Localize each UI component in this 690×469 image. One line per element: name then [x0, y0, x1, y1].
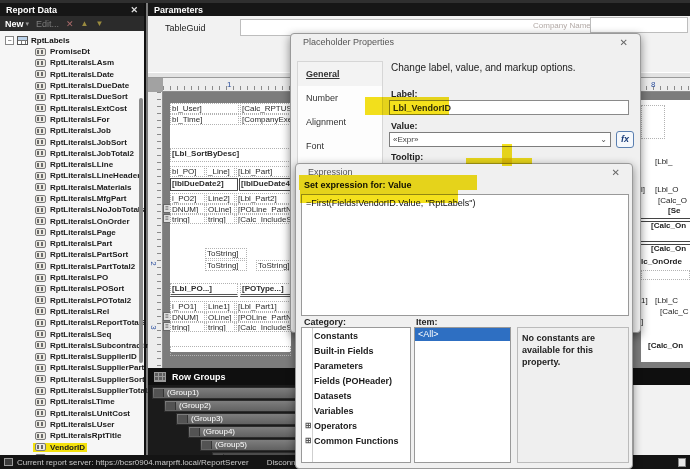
report-cell[interactable]: [Lbl_PO...] [170, 283, 238, 297]
report-cell[interactable]: 1] [641, 296, 648, 306]
tree-item[interactable]: RptLiteralsLOnOrder [2, 215, 138, 226]
tree-item[interactable]: RptLiteralsLSupplierSort [2, 374, 138, 385]
report-cell[interactable]: lc_OnOrde [641, 257, 682, 267]
tree-root-rptlabels[interactable]: − RptLabels [2, 34, 138, 46]
label-input[interactable]: Lbl_VendorID [389, 100, 629, 115]
report-cell[interactable]: [Calc_IncludeSup [236, 322, 291, 332]
tree-item[interactable]: RptLiteralsLReportTotal2 [2, 317, 138, 328]
category-item[interactable]: Constants [302, 328, 410, 343]
report-cell[interactable]: ToString] [205, 260, 247, 271]
tree-item[interactable]: RptLiteralsLLine [2, 159, 138, 170]
tree-item[interactable]: RptLiteralsLMaterials [2, 182, 138, 193]
report-cell[interactable]: ] [641, 317, 643, 327]
report-cell[interactable]: tring] [170, 322, 205, 332]
report-cell[interactable]: [Lbl_ [655, 157, 672, 167]
move-up-icon[interactable]: ▲ [81, 19, 89, 28]
report-cell[interactable]: bl_PO] [170, 166, 205, 177]
report-cell[interactable]: l_PO1] [170, 301, 205, 312]
report-cell[interactable]: [Calc_On [651, 244, 686, 254]
report-cell[interactable]: [Lbl_O [655, 185, 679, 195]
report-cell[interactable]: _Line] [206, 166, 235, 177]
parameter-input-companyname[interactable] [590, 17, 688, 33]
tree-item[interactable]: RptLiteralsLPart [2, 238, 138, 249]
tree-scrollbar[interactable] [139, 98, 143, 363]
move-down-icon[interactable]: ▼ [96, 19, 104, 28]
report-cell[interactable]: [POLine_PartNur [236, 312, 291, 322]
expression-editor[interactable]: =First(Fields!VendorID.Value, "RptLabels… [301, 194, 629, 316]
tree-item[interactable]: RptLiteralsRptTitle [2, 430, 138, 441]
tree-item[interactable]: RptLiteralsLMfgPart [2, 193, 138, 204]
close-icon[interactable]: ✕ [130, 5, 138, 15]
category-item[interactable]: Datasets [302, 388, 410, 403]
report-cell[interactable]: [Calc_C [660, 307, 688, 317]
report-cell[interactable]: [Lbl_Part2] [236, 193, 291, 204]
report-cell[interactable]: DNUM] [170, 204, 205, 214]
tree-item[interactable]: RptLiteralsLSupplierTotal2 [2, 385, 138, 396]
report-cell[interactable]: [Calc_IncludeSup [236, 214, 291, 224]
expression-fx-button[interactable]: fx [616, 131, 634, 148]
tree-item[interactable]: RptLiteralsLPOTotal2 [2, 295, 138, 306]
report-cell[interactable]: [Se [668, 206, 680, 216]
tree-item[interactable]: RptLiteralsLFor [2, 114, 138, 125]
tree-item[interactable]: RptLiteralsLAsm [2, 57, 138, 68]
report-cell[interactable]: bl_User] [170, 103, 239, 114]
tree-item[interactable]: PromiseDt [2, 46, 138, 57]
tree-item[interactable]: RptLiteralsLExtCost [2, 102, 138, 113]
tree-item[interactable]: RptLiteralsLUser [2, 419, 138, 430]
item-selected[interactable]: <All> [415, 328, 510, 341]
tree-item[interactable]: RptLiteralsLUnitCost [2, 408, 138, 419]
report-cell[interactable]: OLine] [206, 204, 235, 214]
category-item[interactable]: Fields (POHeader) [302, 373, 410, 388]
chevron-down-icon[interactable]: ▾ [26, 20, 30, 28]
category-item[interactable]: Built-in Fields [302, 343, 410, 358]
tree-item[interactable]: RptLiteralsLJob [2, 125, 138, 136]
category-item[interactable]: Variables [302, 403, 410, 418]
empty-report-row[interactable] [170, 346, 291, 356]
category-item[interactable]: ⊞ Common Functions [302, 433, 410, 448]
report-cell[interactable]: [Lbl_Part1] [236, 301, 291, 312]
report-cell[interactable]: Line1] [206, 301, 235, 312]
tree-item[interactable]: RptLiteralsLSupplierPart [2, 362, 138, 373]
report-cell[interactable]: [Calc_O [658, 196, 687, 206]
report-cell[interactable]: DNUM] [170, 312, 205, 322]
dialog-tab[interactable]: General [298, 62, 382, 86]
report-cell[interactable]: tring] [206, 322, 235, 332]
tree-item[interactable]: RptLiteralsLDueSort [2, 91, 138, 102]
tree-item[interactable]: RptLiteralsLSeq [2, 328, 138, 339]
delete-icon[interactable]: ✕ [66, 19, 74, 29]
close-icon[interactable]: ✕ [620, 37, 628, 48]
report-cell[interactable]: [Lbl_C [655, 296, 678, 306]
value-combobox[interactable]: «Expr» ⌄ [389, 132, 611, 147]
report-cell[interactable]: l] [641, 185, 645, 195]
tree-item[interactable]: RptLiteralsLSupplierID [2, 351, 138, 362]
tree-item[interactable]: RptLiteralsLDate [2, 69, 138, 80]
tree-item[interactable]: RptLiteralsLJobSort [2, 136, 138, 147]
report-cell[interactable]: Line2] [206, 193, 235, 204]
report-cell[interactable]: tring] [170, 214, 205, 224]
tree-item[interactable]: RptLiteralsLSubcontracting [2, 340, 138, 351]
close-icon[interactable]: ✕ [612, 167, 620, 178]
report-cell[interactable]: ToString] [205, 248, 247, 259]
expand-icon[interactable]: ⊞ [302, 436, 314, 445]
expand-icon[interactable]: ⊞ [302, 421, 314, 430]
tree-item[interactable]: RptLiteralsLLineHeader [2, 170, 138, 181]
tree-item[interactable]: RptLiteralsLPOSort [2, 283, 138, 294]
tree-item[interactable]: RptLiteralsLTime [2, 396, 138, 407]
dialog-tab[interactable]: Alignment [298, 110, 382, 134]
report-cell[interactable]: [lblDueDate4] [239, 178, 291, 191]
empty-report-row[interactable] [641, 270, 690, 280]
report-cell[interactable]: [Lbl_SortByDesc] [170, 148, 291, 162]
tree-item[interactable]: RptLiteralsLRel [2, 306, 138, 317]
tree-item[interactable]: RptLiteralsLPartTotal2 [2, 261, 138, 272]
tree-item[interactable]: RptLiteralsLDueDate [2, 80, 138, 91]
tree-item[interactable]: VendorID [2, 441, 138, 452]
collapse-icon[interactable]: − [5, 36, 14, 45]
report-cell[interactable]: OLine] [206, 312, 235, 322]
report-cell[interactable]: [Calc_On [651, 221, 686, 231]
dialog-tab[interactable]: Number [298, 86, 382, 110]
tree-item[interactable]: RptLiteralsLPartSort [2, 249, 138, 260]
report-cell[interactable]: [lblDueDate2] [170, 178, 238, 191]
report-cell[interactable]: ToString] [256, 260, 291, 271]
tree-item[interactable]: RptLiteralsLPO [2, 272, 138, 283]
tree-item[interactable]: RptLiteralsLPage [2, 227, 138, 238]
